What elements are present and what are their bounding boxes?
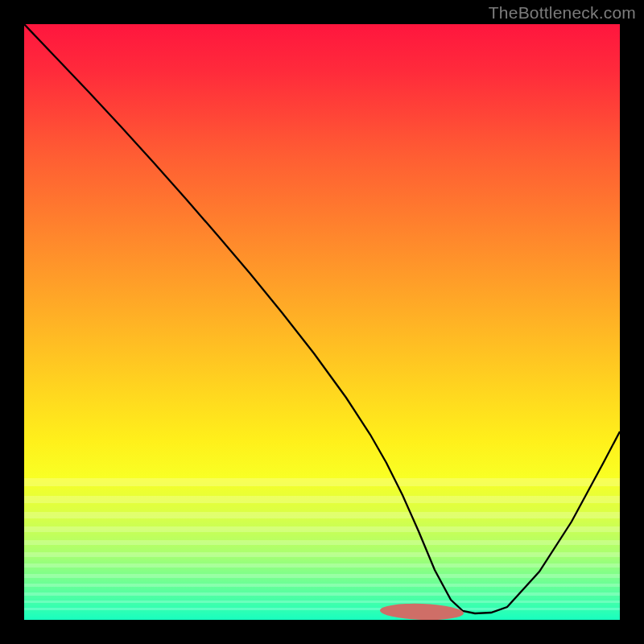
plot-area bbox=[24, 24, 620, 620]
watermark-text: TheBottleneck.com bbox=[489, 3, 636, 23]
curve-svg bbox=[24, 24, 620, 620]
bottom-marker bbox=[380, 602, 464, 620]
curve-path bbox=[24, 24, 620, 613]
chart-frame: TheBottleneck.com bbox=[0, 0, 644, 644]
